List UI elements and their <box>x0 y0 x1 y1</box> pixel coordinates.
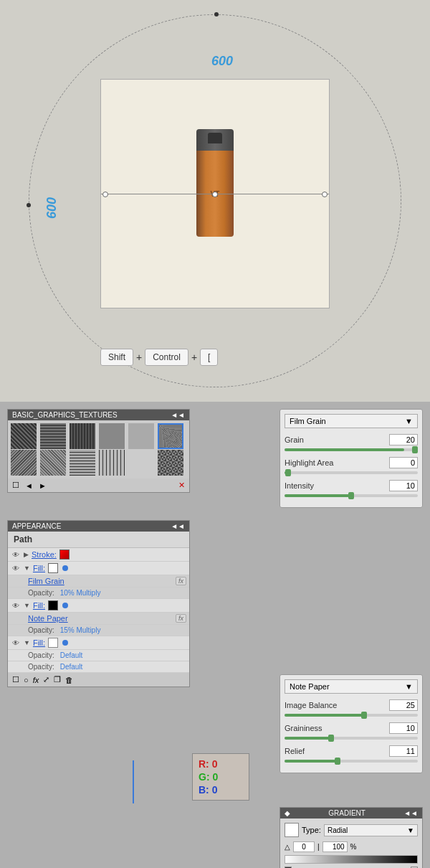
image-balance-slider[interactable] <box>285 714 418 717</box>
fill2-label[interactable]: Fill: <box>33 601 45 610</box>
fill3-arrow-icon[interactable]: ▼ <box>24 639 30 646</box>
path-row: Path <box>8 532 189 548</box>
relief-slider[interactable] <box>285 760 418 763</box>
handle-top[interactable] <box>214 12 219 16</box>
graininess-thumb[interactable] <box>328 735 334 742</box>
grain-slider-track[interactable] <box>285 448 418 451</box>
gradient-collapse-icon[interactable]: ◄◄ <box>403 809 418 817</box>
opacity1-row: Opacity: 10% Multiply <box>8 588 189 599</box>
film-grain-row-label[interactable]: Film Grain <box>28 577 64 585</box>
texture-cell[interactable] <box>158 450 183 476</box>
graininess-row: Graininess <box>285 722 418 734</box>
film-grain-row: Film Grain fx <box>8 575 189 588</box>
film-grain-dropdown[interactable]: Film Grain ▼ <box>285 414 418 428</box>
film-grain-fx-badge: fx <box>176 577 186 585</box>
appearance-title: APPEARANCE <box>12 522 61 530</box>
gradient-body: Type: Radial ▼ △ | % <box>280 819 422 868</box>
fill2-visibility-icon[interactable]: 👁 <box>11 600 21 610</box>
ruler-handle-center[interactable] <box>212 192 218 197</box>
app-tool-circle[interactable]: ○ <box>24 676 29 684</box>
stroke-label[interactable]: Stroke: <box>32 550 57 559</box>
gradient-bar-container <box>285 855 418 868</box>
graininess-slider[interactable] <box>285 737 418 740</box>
fill2-color-swatch[interactable] <box>48 600 58 610</box>
texture-cell[interactable] <box>70 450 95 476</box>
opacity1-value[interactable]: 10% Multiply <box>60 589 101 597</box>
texture-cell[interactable] <box>70 423 95 449</box>
delete-texture-icon[interactable]: ✕ <box>178 481 185 490</box>
app-tool-delete[interactable]: 🗑 <box>65 676 73 684</box>
bracket-key[interactable]: [ <box>200 349 218 366</box>
opacity1-label: Opacity: <box>28 589 54 597</box>
opacity2-value[interactable]: 15% Multiply <box>60 626 101 634</box>
graininess-input[interactable] <box>389 722 418 734</box>
control-key[interactable]: Control <box>145 349 188 366</box>
handle-left[interactable] <box>27 203 31 207</box>
relief-thumb[interactable] <box>335 758 340 765</box>
opacity4-value[interactable]: Default <box>60 663 83 671</box>
highlight-value-input[interactable] <box>389 457 418 468</box>
gradient-type-row: Type: Radial ▼ <box>285 823 418 837</box>
relief-label: Relief <box>285 747 305 755</box>
texture-cell[interactable] <box>11 423 37 449</box>
graininess-fill <box>285 737 331 740</box>
fill1-label[interactable]: Fill: <box>33 564 45 572</box>
relief-input[interactable] <box>389 745 418 757</box>
highlight-slider-thumb[interactable] <box>285 469 291 476</box>
intensity-value-input[interactable] <box>389 480 418 491</box>
fill3-visibility-icon[interactable]: 👁 <box>11 638 21 648</box>
texture-cell[interactable] <box>40 450 66 476</box>
note-paper-row: Note Paper fx <box>8 613 189 625</box>
location-input[interactable] <box>322 841 348 852</box>
texture-cell[interactable] <box>11 450 37 476</box>
next-texture-icon[interactable]: ► <box>39 481 47 490</box>
fill1-visibility-icon[interactable]: 👁 <box>11 563 21 573</box>
app-tool-square[interactable]: ☐ <box>12 675 19 684</box>
gradient-type-dropdown[interactable]: Radial ▼ <box>324 824 418 836</box>
prev-texture-icon[interactable]: ◄ <box>25 481 33 490</box>
app-tool-copy[interactable]: ❐ <box>54 675 61 684</box>
appearance-collapse-icon[interactable]: ◄◄ <box>171 522 185 530</box>
appearance-title-bar: APPEARANCE ◄◄ <box>8 521 189 532</box>
gradient-preview-swatch[interactable] <box>285 823 299 837</box>
texture-cell[interactable] <box>99 450 125 476</box>
app-tool-fx[interactable]: fx <box>33 676 39 684</box>
fill1-color-swatch[interactable] <box>48 563 58 573</box>
texture-cell[interactable] <box>99 423 125 449</box>
note-paper-dropdown[interactable]: Note Paper ▼ <box>285 679 418 694</box>
relief-fill <box>285 760 338 763</box>
highlight-slider-track[interactable] <box>285 471 418 474</box>
fill1-arrow-icon[interactable]: ▼ <box>24 565 30 572</box>
texture-cell[interactable] <box>40 423 66 449</box>
textures-collapse-icon[interactable]: ◄◄ <box>171 411 185 419</box>
intensity-slider-thumb[interactable] <box>348 492 354 499</box>
image-balance-thumb[interactable] <box>361 712 367 719</box>
appearance-panel: APPEARANCE ◄◄ Path 👁 ▶ Stroke: 👁 ▼ Fill:… <box>7 520 190 687</box>
stroke-arrow-icon: ▶ <box>24 551 29 558</box>
grain-slider-fill <box>285 448 404 451</box>
stroke-visibility-icon[interactable]: 👁 <box>11 549 21 560</box>
g-value: 0 <box>213 771 219 783</box>
opacity4-row: Opacity: Default <box>8 661 189 673</box>
grain-value-input[interactable] <box>389 434 418 445</box>
gradient-bar[interactable] <box>285 855 418 864</box>
texture-cell[interactable] <box>128 450 154 476</box>
stroke-color-swatch[interactable] <box>59 549 70 560</box>
app-tool-move[interactable]: ⤢ <box>43 675 49 684</box>
ruler-end-right[interactable] <box>322 192 328 197</box>
fill2-arrow-icon[interactable]: ▼ <box>24 602 30 609</box>
ruler-end-left[interactable] <box>102 192 108 197</box>
image-balance-input[interactable] <box>389 699 418 711</box>
intensity-slider-track[interactable] <box>285 494 418 497</box>
texture-cell[interactable] <box>128 423 154 449</box>
opacity3-value[interactable]: Default <box>60 651 83 659</box>
new-texture-icon[interactable]: ☐ <box>12 481 19 490</box>
fill3-color-swatch[interactable] <box>48 638 58 648</box>
note-paper-row-label[interactable]: Note Paper <box>28 614 68 623</box>
texture-cell-selected[interactable] <box>158 423 183 449</box>
shift-key[interactable]: Shift <box>100 349 133 366</box>
fill3-label[interactable]: Fill: <box>33 638 45 647</box>
canvas-section: 600 600 VT Shift + Control + [ <box>0 0 430 402</box>
angle-input[interactable] <box>293 841 315 852</box>
grain-slider-thumb[interactable] <box>412 446 418 453</box>
